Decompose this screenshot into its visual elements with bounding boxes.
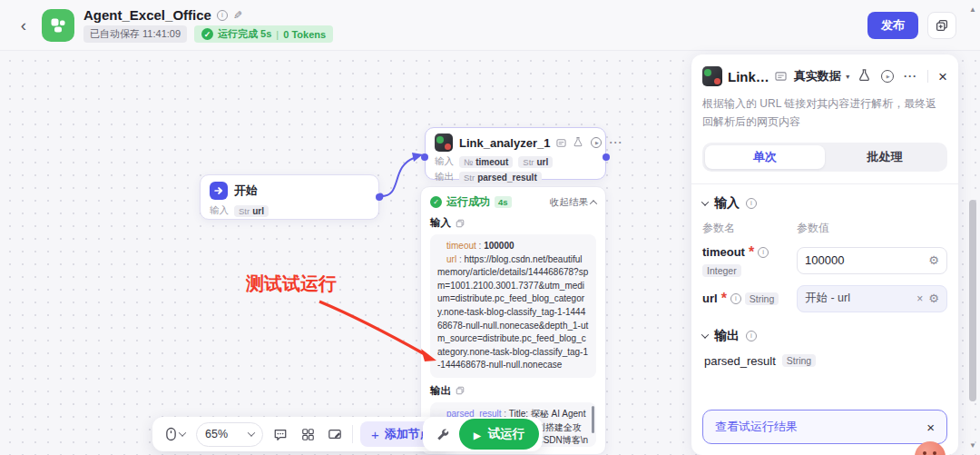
collapse-label: 收起结果 <box>550 196 588 209</box>
node-more-icon[interactable] <box>609 136 622 149</box>
test-run-button[interactable]: 试运行 <box>459 419 539 450</box>
start-param-badge: Str url <box>234 205 269 217</box>
run-toolbar: 试运行 <box>423 417 543 451</box>
timeout-value-field[interactable]: 100000 <box>797 247 947 274</box>
input-section-title: 输入 <box>714 195 740 212</box>
link-analyzer-node[interactable]: Link_analyzer_1 输入 № timeout Str url <box>425 127 606 180</box>
result-input-json[interactable]: timeout : 100000 url : https://blog.csdn… <box>430 234 596 378</box>
param-type: Str <box>239 206 250 216</box>
param-name: url <box>252 206 264 216</box>
run-duration-badge: 4s <box>495 196 512 208</box>
auto-layout-button[interactable] <box>298 423 318 445</box>
run-result-card: 运行成功 4s 收起结果 输入 timeout : 100000 url : h… <box>420 186 606 455</box>
run-node-icon[interactable] <box>881 70 894 83</box>
link-input-port[interactable] <box>421 153 428 161</box>
test-run-label: 试运行 <box>488 426 525 442</box>
column-param-value: 参数值 <box>797 221 829 236</box>
close-panel-icon[interactable] <box>938 69 947 84</box>
cursor-mode-button[interactable] <box>162 423 189 445</box>
start-node-icon <box>210 182 228 200</box>
zoom-select[interactable]: 65% <box>196 422 263 447</box>
tools-wrench-button[interactable] <box>432 423 452 445</box>
link-input-label: 输入 <box>435 155 454 168</box>
info-icon[interactable] <box>730 293 741 304</box>
chevron-down-icon[interactable] <box>701 331 709 338</box>
output-field-name: parsed_result <box>704 354 776 368</box>
tab-single[interactable]: 单次 <box>705 145 825 169</box>
window-scrollbar[interactable] <box>965 0 980 455</box>
scroll-up-arrow[interactable] <box>965 5 980 14</box>
run-node-icon[interactable] <box>591 137 602 148</box>
top-bar: ‹ Agent_Excel_Office 已自动保存 11:41:09 运行完成… <box>0 0 980 51</box>
annotation-text: 测试试运行 <box>246 272 337 296</box>
chevron-down-icon[interactable] <box>701 198 709 205</box>
type-badge: String <box>782 354 816 367</box>
close-banner-icon[interactable] <box>926 420 935 434</box>
json-key: timeout <box>446 241 476 251</box>
debug-node-icon[interactable] <box>573 134 583 151</box>
workflow-editor: ‹ Agent_Excel_Office 已自动保存 11:41:09 运行完成… <box>0 0 980 455</box>
back-button[interactable]: ‹ <box>11 13 36 38</box>
gear-icon[interactable] <box>928 292 939 305</box>
panel-title: Link… <box>728 69 769 84</box>
copy-icon[interactable] <box>456 386 465 395</box>
chevron-down-icon <box>179 429 186 436</box>
param-type: Str <box>523 157 534 167</box>
remove-reference-icon[interactable] <box>916 292 923 305</box>
start-output-port[interactable] <box>376 193 383 201</box>
token-count: 0 Tokens <box>283 29 326 40</box>
start-node[interactable]: 开始 输入 Str url <box>200 174 379 220</box>
run-success-text: 运行成功 <box>446 194 490 210</box>
data-mode-dropdown[interactable]: 真实数据 <box>794 68 851 84</box>
chevron-up-icon <box>590 200 597 207</box>
param-name: parsed_result <box>477 173 537 183</box>
info-icon[interactable] <box>758 247 769 258</box>
result-input-label: 输入 <box>430 216 451 230</box>
app-icon <box>42 9 74 42</box>
canvas-edit-button[interactable] <box>325 423 345 445</box>
view-run-result-banner[interactable]: 查看试运行结果 <box>702 410 947 444</box>
collapse-results-button[interactable]: 收起结果 <box>550 196 596 209</box>
publish-button[interactable]: 发布 <box>867 12 918 39</box>
url-value-field[interactable]: 开始 - url <box>797 285 947 312</box>
info-icon[interactable] <box>746 198 757 209</box>
run-status-badge[interactable]: 运行完成 5s | 0 Tokens <box>194 25 333 43</box>
run-status-text: 运行完成 5s <box>218 27 271 41</box>
plus-icon: + <box>371 427 379 442</box>
view-run-result-label: 查看试运行结果 <box>715 419 926 435</box>
link-output-label: 输出 <box>435 171 454 183</box>
start-node-title: 开始 <box>234 183 258 199</box>
panel-card-icon[interactable] <box>775 71 787 82</box>
panel-more-icon[interactable] <box>904 70 917 83</box>
duplicate-icon <box>935 18 949 33</box>
comment-button[interactable] <box>270 423 290 445</box>
workflow-title: Agent_Excel_Office <box>83 7 211 23</box>
scrollbar-thumb[interactable] <box>969 200 976 401</box>
json-value: 100000 <box>484 241 514 251</box>
info-icon[interactable] <box>217 10 228 21</box>
type-badge: String <box>745 292 779 305</box>
param-name: url <box>536 157 548 167</box>
timeout-value: 100000 <box>805 253 923 267</box>
required-asterisk: * <box>721 291 727 307</box>
tab-batch[interactable]: 批处理 <box>825 145 945 169</box>
info-icon[interactable] <box>746 331 757 341</box>
workflow-logo-icon <box>49 16 67 35</box>
json-value: https://blog.csdn.net/beautifulmemory/ar… <box>437 254 588 371</box>
canvas-toolbar: 65% + 添加节点 <box>152 417 450 451</box>
param-row-timeout: timeout* Integer 100000 <box>702 244 947 277</box>
output-scrollbar-thumb[interactable] <box>592 406 594 433</box>
gear-icon[interactable] <box>928 253 939 267</box>
plugin-avatar <box>702 66 722 86</box>
duplicate-button[interactable] <box>927 12 956 39</box>
node-card-icon[interactable] <box>556 138 566 148</box>
edit-title-icon[interactable] <box>233 9 242 22</box>
mode-tabs: 单次 批处理 <box>702 143 947 172</box>
scroll-down-arrow[interactable] <box>965 441 980 450</box>
link-output-port[interactable] <box>603 153 610 161</box>
debug-node-icon[interactable] <box>858 68 871 85</box>
start-input-label: 输入 <box>210 204 229 217</box>
autosave-badge: 已自动保存 11:41:09 <box>83 25 187 43</box>
copy-icon[interactable] <box>456 219 465 228</box>
output-section-title: 输出 <box>714 328 740 344</box>
